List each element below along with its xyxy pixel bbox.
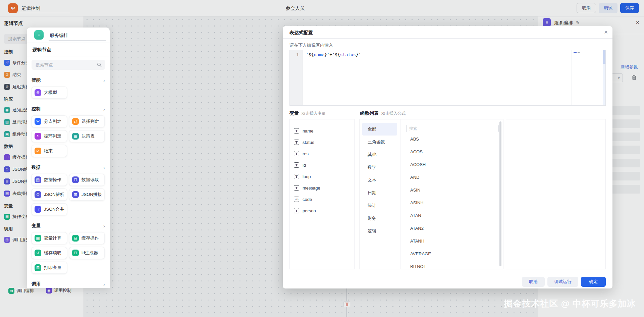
variable-name: id bbox=[303, 163, 306, 168]
palette-node-label: 数据读取 bbox=[82, 177, 99, 183]
palette-node-card[interactable]: ⊞JSON拼接 bbox=[69, 189, 105, 201]
palette-node-label: 缓存操作 bbox=[82, 235, 99, 241]
editor-scrollbar-track[interactable] bbox=[603, 50, 605, 105]
code-segment: } bbox=[324, 52, 327, 57]
palette-node-card[interactable]: ⊟数据读取 bbox=[69, 174, 105, 186]
function-category[interactable]: 逻辑 bbox=[362, 225, 397, 237]
close-icon[interactable]: × bbox=[604, 29, 608, 36]
text-type-icon: T bbox=[294, 185, 299, 191]
expression-config-modal: 表达式配置 × 请在下方编辑区内输入 1 '${name}'+'${status… bbox=[283, 26, 612, 288]
function-item[interactable]: AND bbox=[400, 171, 503, 183]
palette-node-card[interactable]: ↻循环判定 bbox=[32, 130, 67, 142]
node-type-icon: ⇄ bbox=[72, 118, 79, 125]
text-type-icon: T bbox=[294, 174, 299, 179]
palette-node-card[interactable]: ⊙JSON解析 bbox=[32, 189, 67, 201]
editor-scrollbar-thumb[interactable] bbox=[603, 50, 605, 64]
palette-node-label: JSON拼接 bbox=[82, 192, 102, 198]
function-item[interactable]: ACOSH bbox=[400, 158, 503, 171]
function-item[interactable]: AVERAGE bbox=[400, 247, 503, 260]
palette-node-card[interactable]: ⊘结束 bbox=[32, 145, 67, 157]
palette-node-card[interactable]: ⊡id生成器 bbox=[69, 247, 105, 259]
variable-item[interactable]: 123code bbox=[290, 194, 354, 205]
code-segment: ${ bbox=[335, 52, 340, 57]
variable-item[interactable]: Tmessage bbox=[290, 182, 354, 194]
expression-code-editor[interactable]: 1 '${name}'+'${status}' bbox=[289, 50, 606, 106]
variable-name: loop bbox=[303, 174, 311, 179]
minimap-code-mark bbox=[574, 52, 577, 53]
palette-node-label: id生成器 bbox=[82, 250, 98, 256]
palette-node-card[interactable]: ▤数据操作 bbox=[32, 174, 67, 186]
modal-confirm-button[interactable]: 确定 bbox=[581, 277, 606, 287]
palette-title: 服务编排 bbox=[50, 33, 68, 39]
palette-section-label: 数据 bbox=[32, 164, 41, 170]
chevron-right-icon[interactable]: › bbox=[103, 106, 105, 112]
function-category[interactable]: 全部 bbox=[362, 123, 397, 136]
function-item[interactable]: ATAN bbox=[400, 209, 503, 222]
functions-header: 函数列表 双击插入公式 bbox=[360, 110, 406, 116]
function-category[interactable]: 三角函数 bbox=[362, 136, 397, 148]
function-category[interactable]: 其他 bbox=[362, 148, 397, 161]
code-segment: name bbox=[314, 52, 324, 57]
variable-item[interactable]: Tstatus bbox=[290, 137, 354, 148]
node-palette: ≡ 服务编排 逻辑节点 智能›⊛大模型控制›Ψ分支判定⇄选择判定↻循环判定▦决策… bbox=[27, 28, 110, 288]
palette-section-header: 变量› bbox=[32, 223, 105, 229]
chevron-right-icon[interactable]: › bbox=[103, 281, 105, 287]
palette-node-card[interactable]: Ψ分支判定 bbox=[32, 115, 67, 127]
function-item[interactable]: BITNOT bbox=[400, 260, 503, 273]
palette-section-label: 变量 bbox=[32, 223, 41, 229]
palette-node-card[interactable]: ↺缓存读取 bbox=[32, 247, 67, 259]
variable-name: person bbox=[303, 208, 316, 213]
node-search-input[interactable] bbox=[32, 60, 105, 70]
palette-section-header: 智能› bbox=[32, 77, 105, 83]
chevron-right-icon[interactable]: › bbox=[103, 165, 105, 170]
palette-node-label: 大模型 bbox=[44, 90, 57, 96]
variables-header: 变量 双击插入变量 bbox=[289, 110, 326, 116]
node-type-icon: ⊙ bbox=[35, 191, 41, 198]
function-category[interactable]: 文本 bbox=[362, 174, 397, 187]
palette-node-label: 决策表 bbox=[82, 133, 95, 139]
function-item[interactable]: ATAN2 bbox=[400, 222, 503, 234]
function-item[interactable]: ASINH bbox=[400, 196, 503, 209]
palette-node-card[interactable]: ⇉JSON合并 bbox=[32, 203, 67, 215]
function-list-scrollbar[interactable] bbox=[499, 121, 501, 266]
node-type-icon: ⇉ bbox=[35, 206, 41, 213]
palette-node-card[interactable]: ⊟缓存操作 bbox=[69, 232, 105, 244]
function-item[interactable]: ATANH bbox=[400, 234, 503, 247]
function-search[interactable] bbox=[406, 125, 499, 132]
palette-node-card[interactable]: ⇄选择判定 bbox=[69, 115, 105, 127]
text-type-icon: T bbox=[294, 151, 299, 156]
function-item[interactable]: ACOS bbox=[400, 145, 503, 158]
code-segment: ${ bbox=[309, 52, 314, 57]
screen: 否 Ψ 逻辑控制 参会人员 取消 调试 保存 逻辑节点 搜索节点 控制Ψ条件分支… bbox=[0, 0, 644, 317]
palette-node-card[interactable]: ⊠打印变量 bbox=[32, 262, 67, 274]
code-line[interactable]: '${name}'+'${status}' bbox=[306, 52, 361, 57]
node-search[interactable] bbox=[32, 60, 105, 70]
palette-node-card[interactable]: ⊛大模型 bbox=[32, 87, 67, 99]
chevron-right-icon[interactable]: › bbox=[103, 77, 105, 83]
function-category[interactable]: 统计 bbox=[362, 199, 397, 212]
function-item[interactable]: ASIN bbox=[400, 183, 503, 196]
function-category[interactable]: 日期 bbox=[362, 187, 397, 199]
palette-section-label: 控制 bbox=[32, 106, 41, 112]
modal-cancel-button[interactable]: 取消 bbox=[522, 277, 545, 287]
function-search-input[interactable] bbox=[406, 125, 499, 132]
palette-node-card[interactable]: ▦决策表 bbox=[69, 130, 105, 142]
function-category[interactable]: 财务 bbox=[362, 212, 397, 225]
variable-item[interactable]: Tid bbox=[290, 159, 354, 171]
minimap-divider bbox=[572, 50, 572, 105]
variable-item[interactable]: Tperson bbox=[290, 205, 354, 216]
modal-debug-run-button[interactable]: 调试运行 bbox=[547, 277, 578, 287]
function-item[interactable]: ABS bbox=[400, 133, 503, 145]
variable-item[interactable]: Tres bbox=[290, 148, 354, 159]
variable-item[interactable]: Tloop bbox=[290, 171, 354, 182]
chevron-right-icon[interactable]: › bbox=[103, 223, 105, 229]
variable-item[interactable]: Tname bbox=[290, 125, 354, 137]
variable-list: TnameTstatusTresTidTloopTmessage123codeT… bbox=[289, 119, 355, 269]
node-type-icon: ⊟ bbox=[72, 176, 79, 183]
code-segment: ' bbox=[332, 52, 335, 57]
function-category[interactable]: 数学 bbox=[362, 161, 397, 174]
palette-node-card[interactable]: ▦变量计算 bbox=[32, 232, 67, 244]
node-type-icon: ▤ bbox=[35, 176, 41, 183]
code-segment: } bbox=[356, 52, 359, 57]
text-type-icon: T bbox=[294, 128, 299, 134]
